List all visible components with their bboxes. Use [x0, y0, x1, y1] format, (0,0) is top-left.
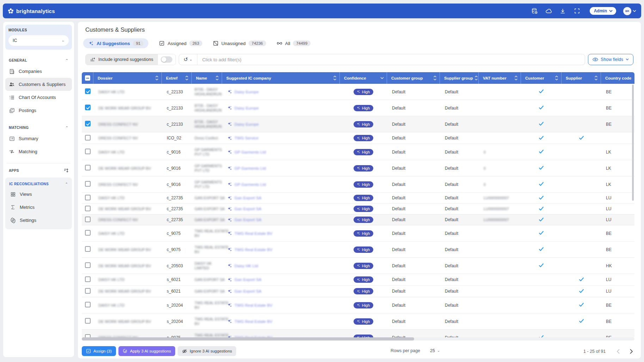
table-row[interactable]: DAISY HK LTD s_20204 TWG REAL ESTATEBV T…	[82, 297, 634, 313]
vertical-scrollbar[interactable]	[632, 85, 634, 201]
next-page-button[interactable]	[628, 348, 634, 355]
table-row[interactable]: DE WORK WEAR GROUP BV s_20204 TWG REAL E…	[82, 313, 634, 330]
suggested-company-link[interactable]: GP Garments Ltd	[234, 166, 266, 170]
suggested-company-link[interactable]: TWG Real Estate BV	[234, 248, 272, 252]
sidebar-item-postings[interactable]: Postings	[5, 104, 72, 117]
suggested-company-link[interactable]: Gan Export SA	[234, 196, 262, 200]
suggested-company-link[interactable]: Gan Export SA	[234, 218, 262, 222]
table-row[interactable]: DAISY HK LTD s_6021 GAN EXPORT SA Gan Ex…	[82, 274, 634, 286]
suggested-company-link[interactable]: Gan Export SA	[234, 277, 262, 282]
column-header-customer[interactable]: Customer	[521, 72, 562, 84]
sort-icon[interactable]	[473, 76, 478, 80]
suggested-company-link[interactable]: TWG Real Estate BV	[234, 231, 272, 236]
assign-button[interactable]: Assign (3)	[82, 346, 116, 356]
previous-page-button[interactable]	[615, 348, 621, 355]
row-checkbox[interactable]	[82, 160, 93, 176]
row-checkbox[interactable]	[82, 84, 93, 100]
row-checkbox[interactable]	[82, 313, 93, 330]
chevron-up-icon[interactable]: ⌃	[66, 126, 68, 130]
row-checkbox[interactable]	[82, 286, 93, 297]
chevron-up-icon[interactable]: ⌃	[65, 182, 68, 186]
download-icon[interactable]	[559, 7, 566, 14]
row-checkbox[interactable]	[82, 193, 93, 204]
chevron-down-icon[interactable]	[379, 77, 384, 79]
database-icon[interactable]	[531, 7, 538, 14]
sort-icon[interactable]	[154, 76, 159, 80]
column-header-customer-group[interactable]: Customer group	[387, 72, 440, 84]
suggested-company-link[interactable]: Daisy Europe	[234, 90, 259, 94]
table-row[interactable]: DAISY HK LTD c_9075 TWG REAL ESTATEBV TW…	[82, 225, 634, 242]
sort-icon[interactable]	[513, 76, 518, 80]
table-row[interactable]: DAISY HK LTD c_22133 BT05 - DAISYHIGHLAN…	[82, 84, 634, 100]
ignore-ai-suggestions-button[interactable]: Ignore 3 AI suggestions	[178, 346, 236, 356]
filter-history-dropdown[interactable]: ↺ ⌄	[179, 54, 197, 65]
column-header-supplier-group[interactable]: Supplier group	[440, 72, 479, 84]
suggested-company-link[interactable]: GP Garments Ltd	[234, 182, 266, 187]
suggested-company-link[interactable]: TWG Service	[234, 136, 258, 140]
row-checkbox[interactable]	[82, 116, 93, 132]
row-checkbox[interactable]	[82, 330, 93, 337]
row-checkbox[interactable]	[82, 204, 93, 214]
row-checkbox[interactable]	[82, 100, 93, 116]
suggested-company-link[interactable]: Daisy Europe	[234, 106, 259, 110]
rows-per-page-select[interactable]: 25 ⌄	[430, 348, 440, 353]
cloud-icon[interactable]	[545, 7, 552, 14]
tab-all[interactable]: All 74499	[277, 38, 311, 48]
table-row[interactable]: DE WORK WEAR GROUP BV c_20503 DAISY HKLI…	[82, 258, 634, 274]
sort-icon[interactable]	[184, 76, 189, 80]
table-row[interactable]: DE WORK WEAR GROUP BV s_6021 GAN EXPORT …	[82, 286, 634, 297]
column-header-confidence[interactable]: Confidence	[340, 72, 387, 84]
table-row[interactable]: DRESS CONFECT NV c_9075 TWG REAL ESTATEB…	[82, 330, 634, 337]
column-header-vat-number[interactable]: VAT number	[479, 72, 521, 84]
table-row[interactable]: DE WORK WEAR GROUP BV c_9075 TWG REAL ES…	[82, 242, 634, 258]
row-checkbox[interactable]	[82, 258, 93, 274]
row-checkbox[interactable]	[82, 225, 93, 242]
user-menu[interactable]: BR	[623, 7, 636, 15]
sidebar-item-customers-suppliers[interactable]: Customers & Suppliers	[5, 78, 72, 91]
show-fields-button[interactable]: Show fields	[588, 54, 633, 65]
sidebar-item-views[interactable]: Views	[6, 188, 71, 201]
suggested-company-link[interactable]: Daisy HK Ltd	[234, 264, 258, 268]
table-row[interactable]: DE WORK WEAR GROUP BV c_9016 GP GARMENTS…	[82, 160, 634, 176]
chevron-up-icon[interactable]: ⌃	[66, 59, 68, 62]
table-row[interactable]: DAISY HK LTD c_9016 GP GARMENTSPVT LTD G…	[82, 144, 634, 160]
row-checkbox[interactable]	[82, 242, 93, 258]
sort-apps-icon[interactable]	[63, 168, 68, 173]
table-row[interactable]: DRESS CONFECT NV c_22735 GAN EXPORT SA G…	[82, 214, 634, 225]
sort-icon[interactable]	[332, 76, 337, 80]
row-checkbox[interactable]	[82, 176, 93, 193]
horizontal-scrollbar[interactable]	[82, 337, 634, 341]
row-checkbox[interactable]	[82, 144, 93, 160]
select-all-checkbox[interactable]	[82, 72, 93, 84]
column-header-dossier[interactable]: Dossier	[93, 72, 162, 84]
column-header-country-code[interactable]: Country code	[601, 72, 634, 84]
table-row[interactable]: DRESS CONFECT NV ICO_02 Dress Confect TW…	[82, 132, 634, 144]
tab-assigned[interactable]: Assigned 263	[159, 38, 202, 48]
apply-ai-suggestions-button[interactable]: Apply 3 AI suggestions	[118, 346, 175, 356]
suggested-company-link[interactable]: TWG Real Estate BV	[234, 319, 272, 324]
row-checkbox[interactable]	[82, 274, 93, 286]
suggested-company-link[interactable]: Gan Export SA	[234, 289, 262, 293]
admin-menu-button[interactable]: Admin	[590, 7, 616, 15]
column-header-suggested-ic-company[interactable]: Suggested IC company	[222, 72, 340, 84]
column-header-name[interactable]: Name	[192, 72, 222, 84]
column-header-supplier[interactable]: Supplier	[562, 72, 601, 84]
table-row[interactable]: DE WORK WEAR GROUP BV c_22735 GAN EXPORT…	[82, 204, 634, 214]
sort-icon[interactable]	[553, 76, 558, 80]
sidebar-item-metrics[interactable]: Metrics	[6, 201, 71, 214]
include-ignored-toggle[interactable]	[158, 54, 176, 65]
suggested-company-link[interactable]: Daisy Europe	[234, 122, 259, 126]
sidebar-item-matching[interactable]: Matching	[5, 145, 72, 158]
suggested-company-link[interactable]: TWG Real Estate BV	[234, 303, 272, 307]
table-row[interactable]: DRESS CONFECT NV c_9016 GP GARMENTSPVT L…	[82, 176, 634, 193]
suggested-company-link[interactable]: Gan Export SA	[234, 207, 262, 211]
table-row[interactable]: DAISY HK LTD c_22735 GAN EXPORT SA Gan E…	[82, 193, 634, 204]
module-select[interactable]: IC ⌄	[8, 35, 69, 46]
tab-ai-suggestions[interactable]: AI Suggestions 91	[83, 38, 148, 48]
fullscreen-icon[interactable]	[574, 7, 581, 14]
suggested-company-link[interactable]: GP Garments Ltd	[234, 150, 266, 154]
sort-icon[interactable]	[593, 76, 598, 80]
filter-input[interactable]: ↺ ⌄ Click to add filter(s)	[179, 54, 585, 65]
column-header-extref[interactable]: Extref	[162, 72, 192, 84]
sidebar-item-summary[interactable]: Summary	[5, 132, 72, 145]
